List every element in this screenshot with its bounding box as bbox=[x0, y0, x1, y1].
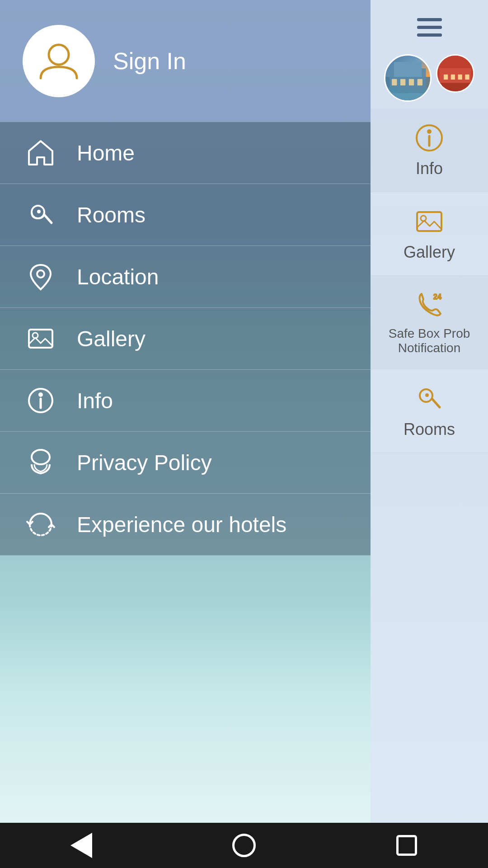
location-icon bbox=[23, 259, 59, 295]
svg-point-28 bbox=[427, 130, 431, 133]
svg-point-8 bbox=[39, 393, 42, 396]
sign-in-label[interactable]: Sign In bbox=[113, 47, 186, 75]
rp-gallery-icon bbox=[413, 206, 445, 239]
svg-rect-21 bbox=[444, 75, 448, 80]
privacy-icon bbox=[23, 444, 59, 481]
nav-bar bbox=[0, 823, 488, 868]
svg-point-0 bbox=[49, 45, 69, 65]
rp-gallery-label: Gallery bbox=[404, 243, 455, 262]
avatar[interactable] bbox=[23, 25, 95, 97]
svg-rect-15 bbox=[400, 79, 405, 85]
sidebar-item-privacy[interactable]: Privacy Policy bbox=[0, 432, 371, 494]
back-icon bbox=[70, 833, 92, 858]
rp-item-rooms[interactable]: Rooms bbox=[371, 369, 488, 453]
rp-info-icon bbox=[413, 122, 445, 156]
user-avatar-icon bbox=[36, 38, 81, 85]
svg-rect-14 bbox=[392, 79, 397, 85]
hotel-thumbnails bbox=[380, 50, 479, 108]
header: Sign In bbox=[0, 0, 371, 122]
rp-phone-icon: 24 bbox=[413, 289, 445, 323]
privacy-label: Privacy Policy bbox=[77, 450, 212, 475]
svg-rect-24 bbox=[465, 75, 469, 80]
rp-rooms-label: Rooms bbox=[404, 420, 455, 439]
nav-recent-button[interactable] bbox=[389, 827, 425, 863]
hamburger-button[interactable] bbox=[413, 14, 445, 41]
rp-item-safebox[interactable]: 24 Safe Box ProbNotification bbox=[371, 276, 488, 369]
rp-safebox-label: Safe Box ProbNotification bbox=[389, 326, 470, 355]
svg-rect-22 bbox=[451, 75, 455, 80]
home-label: Home bbox=[77, 141, 135, 165]
hotel-thumbnail-2[interactable] bbox=[436, 54, 474, 93]
info-label: Info bbox=[77, 388, 113, 413]
svg-rect-29 bbox=[417, 212, 441, 231]
info-icon bbox=[23, 382, 59, 419]
svg-point-9 bbox=[32, 450, 50, 464]
svg-rect-23 bbox=[458, 75, 462, 80]
rp-rooms-icon bbox=[413, 383, 445, 416]
svg-rect-4 bbox=[29, 330, 52, 348]
location-label: Location bbox=[77, 264, 159, 289]
gallery-icon bbox=[23, 321, 59, 357]
sidebar-item-gallery[interactable]: Gallery bbox=[0, 308, 371, 370]
svg-rect-25 bbox=[437, 83, 473, 91]
experience-icon bbox=[23, 506, 59, 542]
svg-rect-18 bbox=[385, 93, 430, 100]
rp-item-gallery[interactable]: Gallery bbox=[371, 192, 488, 276]
sidebar-item-experience[interactable]: Experience our hotels bbox=[0, 494, 371, 556]
sidebar-item-info[interactable]: Info bbox=[0, 370, 371, 432]
svg-rect-17 bbox=[418, 79, 422, 85]
experience-label: Experience our hotels bbox=[77, 512, 286, 537]
home-circle-icon bbox=[232, 834, 256, 857]
sidebar-item-location[interactable]: Location bbox=[0, 246, 371, 308]
home-icon bbox=[23, 135, 59, 171]
svg-point-30 bbox=[421, 216, 426, 221]
rooms-icon bbox=[23, 197, 59, 233]
sidebar-item-home[interactable]: Home bbox=[0, 122, 371, 184]
svg-text:24: 24 bbox=[433, 293, 441, 301]
svg-point-2 bbox=[38, 210, 40, 213]
gallery-label: Gallery bbox=[77, 326, 145, 351]
drawer-menu: Home Rooms Location bbox=[0, 122, 371, 556]
nav-back-button[interactable] bbox=[63, 827, 99, 863]
svg-rect-16 bbox=[409, 79, 414, 85]
rp-item-info[interactable]: Info bbox=[371, 108, 488, 192]
sidebar-item-rooms[interactable]: Rooms bbox=[0, 184, 371, 246]
hotel-thumbnail-1[interactable] bbox=[384, 54, 432, 102]
svg-rect-12 bbox=[394, 62, 422, 77]
rp-info-label: Info bbox=[416, 159, 443, 178]
right-panel: Info Gallery 24 Safe Box ProbNotificatio… bbox=[371, 0, 488, 868]
recent-apps-icon bbox=[396, 835, 417, 856]
rooms-label: Rooms bbox=[77, 203, 145, 227]
svg-point-33 bbox=[426, 394, 428, 396]
svg-point-3 bbox=[37, 270, 44, 278]
nav-home-button[interactable] bbox=[226, 827, 262, 863]
